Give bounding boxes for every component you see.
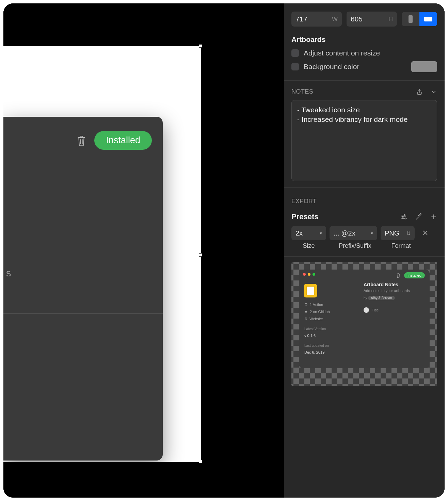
selection-handle[interactable]	[199, 460, 202, 463]
notes-label: NOTES	[291, 88, 314, 95]
orientation-portrait[interactable]	[402, 12, 419, 26]
export-fields: 2x ▾ ... @2x ▾ PNG ⇅ ✕	[284, 225, 445, 242]
share-icon[interactable]	[416, 88, 423, 95]
svg-point-2	[405, 218, 406, 219]
updated-label: Last updated on	[304, 344, 342, 348]
adjust-label: Adjust content on resize	[304, 49, 380, 57]
svg-point-0	[404, 214, 405, 215]
prefix-select[interactable]: ... @2x ▾	[330, 226, 377, 240]
notes-textarea[interactable]: - Tweaked icon size - Increased vibrancy…	[291, 100, 437, 181]
presets-row: Presets	[284, 208, 445, 225]
selection-handle[interactable]	[199, 253, 202, 257]
preview-main: Artboard Notes Add notes to your artboar…	[347, 282, 424, 365]
trash-icon	[396, 273, 401, 278]
width-unit: W	[332, 16, 338, 23]
installed-button[interactable]: Installed	[94, 131, 152, 150]
updated-value: Dec 6, 2019	[304, 350, 342, 354]
chevron-down-icon[interactable]	[430, 88, 437, 95]
preview-installed-badge: Installed	[404, 272, 425, 278]
height-value: 605	[351, 15, 363, 23]
plus-icon[interactable]	[430, 213, 437, 220]
height-unit: H	[388, 16, 393, 23]
landscape-icon	[424, 17, 432, 21]
zoom-dot-icon	[313, 273, 315, 276]
preview-window: Installed ⚙1 Action ★2 on GitHub ⊕Websit…	[299, 270, 430, 368]
author-badge: Alby & Jordan	[368, 296, 395, 300]
format-select[interactable]: PNG ⇅	[381, 226, 415, 240]
bg-color-swatch[interactable]	[411, 61, 437, 72]
chevron-down-icon: ▾	[371, 230, 373, 236]
bg-label: Background color	[304, 63, 359, 71]
orientation-toggle	[402, 12, 437, 26]
section-divider	[284, 256, 445, 257]
export-header: EXPORT	[284, 188, 445, 208]
star-icon: ★	[304, 309, 308, 314]
width-value: 717	[295, 15, 307, 23]
adjust-checkbox[interactable]	[291, 49, 299, 57]
minimize-dot-icon	[308, 273, 310, 276]
selection-handle[interactable]	[199, 44, 202, 48]
gear-icon: ⚙	[304, 302, 308, 307]
preview-sidebar: ⚙1 Action ★2 on GitHub ⊕Website Latest V…	[304, 282, 342, 365]
card-divider	[3, 313, 163, 314]
notes-header: NOTES	[284, 81, 445, 100]
chevron-updown-icon: ⇅	[406, 230, 411, 236]
orientation-landscape[interactable]	[419, 12, 437, 26]
format-label: Format	[384, 242, 418, 249]
sliders-icon[interactable]	[400, 213, 407, 220]
artboard[interactable]: Installed s	[3, 46, 201, 462]
latest-version-label: Latest Version	[304, 327, 342, 331]
latest-version-value: v 0.1.6	[304, 334, 342, 338]
preview-website-item: ⊕Website	[304, 317, 342, 321]
adjust-content-row[interactable]: Adjust content on resize	[284, 47, 445, 59]
width-input[interactable]: 717 W	[291, 12, 342, 27]
svg-point-1	[402, 216, 403, 217]
plugin-card: Installed s	[3, 117, 163, 460]
canvas-area[interactable]: Installed s	[3, 3, 284, 498]
remove-preset-button[interactable]: ✕	[420, 227, 430, 240]
side-letter: s	[6, 268, 11, 279]
prefix-value: ... @2x	[334, 229, 355, 237]
background-color-row[interactable]: Background color	[284, 59, 445, 74]
globe-icon: ⊕	[304, 317, 307, 321]
height-input[interactable]: 605 H	[347, 12, 397, 27]
inspector-panel: 717 W 605 H Artboards Adjust content on …	[284, 3, 445, 498]
export-field-labels: Size Prefix/Suffix Format	[284, 242, 445, 253]
preview-subtitle: Add notes to your artboards	[364, 289, 424, 293]
prefix-label: Prefix/Suffix	[330, 242, 381, 249]
preview-github-item: ★2 on GitHub	[304, 309, 342, 314]
portrait-icon	[409, 15, 413, 23]
app-window: Installed s 717 W 605 H Artbo	[3, 3, 445, 498]
preview-action-item: ⚙1 Action	[304, 302, 342, 307]
bg-checkbox[interactable]	[291, 63, 299, 70]
size-select[interactable]: 2x ▾	[291, 226, 326, 240]
trash-icon[interactable]	[76, 134, 87, 147]
preview-row-title: Title	[372, 308, 379, 312]
preview-title: Artboard Notes	[364, 282, 424, 287]
close-dot-icon	[303, 273, 306, 276]
chevron-down-icon: ▾	[320, 230, 322, 236]
format-value: PNG	[385, 229, 399, 237]
presets-label: Presets	[291, 212, 319, 221]
preview-list-row: Title	[364, 307, 424, 313]
avatar-icon	[364, 307, 369, 313]
dimensions-row: 717 W 605 H	[284, 3, 445, 34]
artboards-title: Artboards	[284, 34, 445, 47]
export-preview[interactable]: Installed ⚙1 Action ★2 on GitHub ⊕Websit…	[291, 262, 437, 386]
preview-byline: by Alby & Jordan	[364, 296, 424, 300]
size-label: Size	[291, 242, 326, 249]
knife-icon[interactable]	[415, 213, 422, 220]
size-value: 2x	[295, 229, 303, 237]
